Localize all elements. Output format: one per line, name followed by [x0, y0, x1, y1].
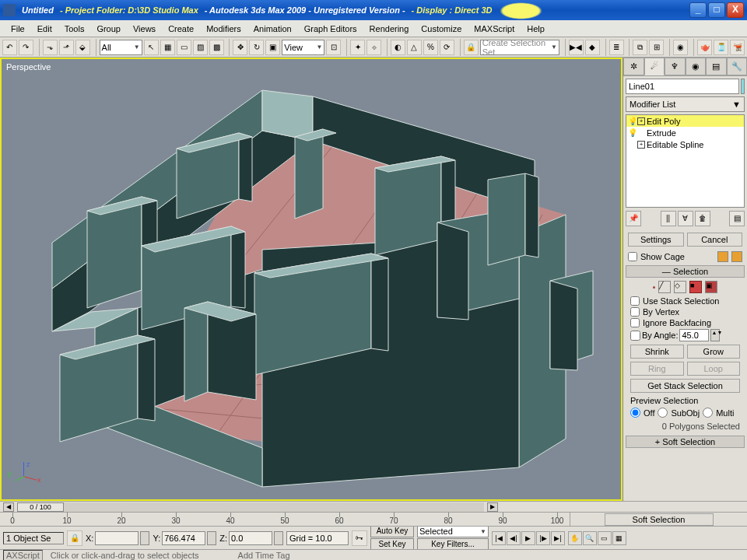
- time-slider-right[interactable]: ▶: [487, 502, 498, 512]
- remove-mod-icon[interactable]: 🗑: [695, 211, 710, 226]
- menu-tools[interactable]: Tools: [58, 22, 91, 36]
- menu-help[interactable]: Help: [521, 22, 551, 36]
- preview-multi-radio[interactable]: [703, 408, 713, 418]
- grow-button[interactable]: Grow: [687, 345, 741, 359]
- lock-selection-icon[interactable]: 🔒: [67, 530, 82, 546]
- object-name-input[interactable]: [626, 79, 739, 94]
- mirror-icon[interactable]: ▶◀: [569, 40, 584, 55]
- percent-snap-icon[interactable]: %: [423, 40, 438, 55]
- viewport-perspective[interactable]: Perspective: [0, 58, 622, 501]
- nav-zoom-icon[interactable]: 🔍: [583, 531, 597, 545]
- nav-fov-icon[interactable]: ▭: [598, 531, 612, 545]
- modifier-stack[interactable]: 💡+Edit Poly 💡Extrude +Editable Spline: [626, 114, 745, 208]
- maximize-button[interactable]: □: [708, 2, 725, 18]
- material-editor-icon[interactable]: ◉: [673, 40, 688, 55]
- key-filters-button[interactable]: Key Filters...: [417, 538, 489, 549]
- cage-color1[interactable]: [717, 251, 728, 262]
- coord-y[interactable]: [162, 531, 205, 545]
- angle-snap-icon[interactable]: △: [407, 40, 422, 55]
- shrink-button[interactable]: Shrink: [630, 345, 684, 359]
- tab-display[interactable]: ▤: [706, 58, 727, 75]
- configure-sets-icon[interactable]: ▤: [729, 211, 745, 226]
- subobj-border-icon[interactable]: ◇: [674, 281, 686, 293]
- paint-select-icon[interactable]: ▩: [209, 40, 224, 55]
- selection-filter[interactable]: All▼: [100, 40, 142, 55]
- loop-button[interactable]: Loop: [687, 362, 741, 376]
- pivot-icon[interactable]: ⊡: [326, 40, 341, 55]
- window-crossing-icon[interactable]: ▨: [193, 40, 208, 55]
- scale-icon[interactable]: ▣: [265, 40, 280, 55]
- angle-input[interactable]: [679, 329, 709, 341]
- stack-extrude[interactable]: 💡Extrude: [626, 127, 744, 138]
- nav-zoomext-icon[interactable]: ▦: [612, 531, 626, 545]
- nav-pan-icon[interactable]: ✋: [568, 531, 582, 545]
- subobj-edge-icon[interactable]: ╱: [658, 281, 671, 293]
- minimize-button[interactable]: _: [689, 2, 707, 18]
- next-frame-icon[interactable]: |▶: [536, 531, 550, 545]
- menu-customize[interactable]: Customize: [415, 22, 468, 36]
- menu-rendering[interactable]: Rendering: [363, 22, 416, 36]
- link-icon[interactable]: ⬎: [43, 40, 58, 55]
- undo-icon[interactable]: ↶: [2, 40, 17, 55]
- stack-edit-poly[interactable]: 💡+Edit Poly: [626, 115, 744, 127]
- play-icon[interactable]: ▶: [521, 531, 535, 545]
- close-button[interactable]: X: [727, 2, 744, 18]
- x-spinner[interactable]: [140, 531, 149, 545]
- time-slider[interactable]: 0 / 100: [17, 502, 484, 512]
- maxscript-listener[interactable]: AXScript: [3, 550, 43, 561]
- object-color[interactable]: [741, 79, 745, 94]
- show-end-result-icon[interactable]: ||: [661, 211, 676, 226]
- menu-edit[interactable]: Edit: [31, 22, 58, 36]
- keymode-icon[interactable]: ⟐: [366, 40, 381, 55]
- preview-subobj-radio[interactable]: [658, 408, 668, 418]
- curve-editor-icon[interactable]: ⧉: [633, 40, 647, 55]
- subobj-element-icon[interactable]: ▣: [705, 281, 717, 293]
- redo-icon[interactable]: ↷: [19, 40, 33, 55]
- time-ruler[interactable]: 0102030405060708090100 Soft Selection: [0, 512, 747, 526]
- unlink-icon[interactable]: ⬏: [59, 40, 74, 55]
- move-icon[interactable]: ✥: [233, 40, 247, 55]
- get-stack-sel-button[interactable]: Get Stack Selection: [630, 379, 740, 393]
- manipulate-icon[interactable]: ✦: [350, 40, 365, 55]
- bind-icon[interactable]: ⬙: [75, 40, 90, 55]
- snap-icon[interactable]: ◐: [391, 40, 405, 55]
- soft-sel-bottom[interactable]: Soft Selection: [605, 513, 714, 526]
- stack-editable-spline[interactable]: +Editable Spline: [626, 138, 744, 150]
- select-name-icon[interactable]: ▦: [160, 40, 175, 55]
- goto-end-icon[interactable]: ▶|: [551, 531, 565, 545]
- menu-animation[interactable]: Animation: [247, 22, 298, 36]
- named-selection-set[interactable]: Create Selection Set▼: [480, 40, 559, 55]
- z-spinner[interactable]: [274, 531, 283, 545]
- menu-maxscript[interactable]: MAXScript: [468, 22, 521, 36]
- autokey-button[interactable]: Auto Key: [370, 526, 414, 537]
- tab-hierarchy[interactable]: ♆: [665, 58, 686, 75]
- add-time-tag[interactable]: Add Time Tag: [238, 551, 290, 560]
- goto-start-icon[interactable]: |◀: [492, 531, 506, 545]
- align-icon[interactable]: ◆: [585, 40, 600, 55]
- render-frame-icon[interactable]: 🫙: [714, 40, 728, 55]
- menu-create[interactable]: Create: [162, 22, 200, 36]
- by-vertex-check[interactable]: [630, 307, 640, 317]
- coord-z[interactable]: [229, 531, 272, 545]
- setkey-button[interactable]: Set Key: [370, 538, 414, 549]
- quick-render-icon[interactable]: 🫕: [730, 40, 745, 55]
- angle-spinner[interactable]: ▲▼: [710, 329, 720, 341]
- rollout-soft-selection[interactable]: + Soft Selection: [626, 436, 745, 448]
- key-filters-sel[interactable]: Selected▼: [417, 526, 489, 537]
- time-slider-thumb[interactable]: 0 / 100: [17, 502, 64, 512]
- menu-grapheditors[interactable]: Graph Editors: [298, 22, 363, 36]
- preview-off-radio[interactable]: [630, 408, 640, 418]
- menu-group[interactable]: Group: [90, 22, 127, 36]
- schematic-icon[interactable]: ⊞: [649, 40, 664, 55]
- ignore-bf-check[interactable]: [630, 318, 640, 327]
- use-stack-check[interactable]: [630, 296, 640, 306]
- subobj-vertex-icon[interactable]: [653, 286, 655, 289]
- rotate-icon[interactable]: ↻: [249, 40, 264, 55]
- coord-x[interactable]: [95, 531, 139, 545]
- ref-coord-sys[interactable]: View▼: [282, 40, 324, 55]
- cage-color2[interactable]: [731, 251, 742, 262]
- time-slider-left[interactable]: ◀: [3, 502, 14, 512]
- make-unique-icon[interactable]: ∀: [678, 211, 693, 226]
- key-mode-icon[interactable]: 🗝: [352, 530, 367, 546]
- tab-create[interactable]: ✲: [623, 58, 644, 75]
